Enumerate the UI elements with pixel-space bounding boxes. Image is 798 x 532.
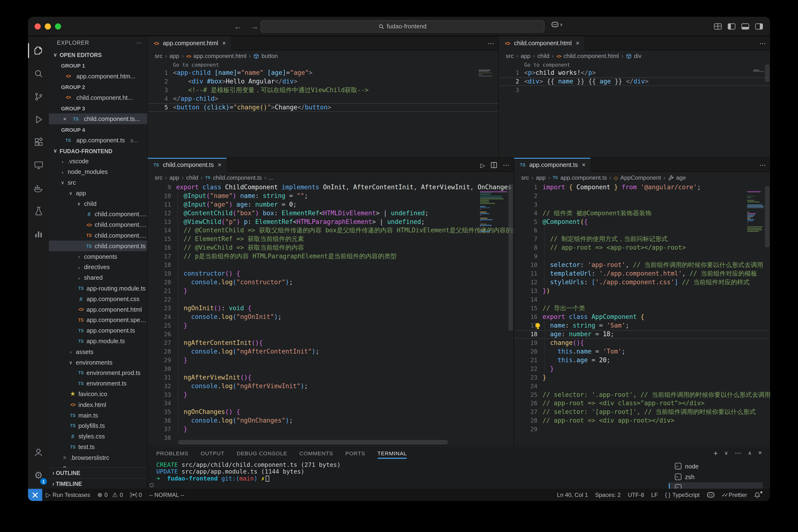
extensions-icon[interactable]	[28, 131, 49, 154]
tree-item[interactable]: ⚙	[49, 463, 147, 468]
terminal-session[interactable]: >_	[669, 482, 763, 490]
remote-explorer-icon[interactable]	[28, 154, 49, 176]
zoom-window-button[interactable]	[55, 23, 61, 29]
breadcrumb[interactable]: src›app›TSapp.component.ts›◇AppComponent…	[514, 172, 770, 183]
open-editor-item[interactable]: TSapp.component.tss...	[49, 135, 147, 145]
close-window-button[interactable]	[35, 23, 41, 29]
status-item-spaces-2[interactable]: Spaces: 2	[592, 489, 624, 501]
more-icon[interactable]: ⋯	[487, 39, 494, 47]
copilot-menu[interactable]: ∨	[551, 21, 563, 28]
tree-item[interactable]: TSapp.module.ts	[49, 336, 147, 346]
breadcrumb[interactable]: src›app›child›<>child.component.html›div	[499, 50, 770, 61]
source-control-icon[interactable]	[28, 85, 49, 108]
tree-folder[interactable]: ›assets	[49, 346, 147, 357]
chevron-down-icon[interactable]: ∨	[724, 449, 728, 457]
panel-tab-debug-console[interactable]: DEBUG CONSOLE	[237, 446, 287, 460]
tree-item[interactable]: TSapp.component.ts	[49, 325, 147, 336]
chevron-up-icon[interactable]: ∧	[748, 449, 751, 457]
horizontal-scrollbar[interactable]	[178, 440, 448, 444]
search-icon[interactable]	[28, 62, 49, 85]
tree-item[interactable]: <>app.component.html	[49, 304, 147, 315]
tree-item[interactable]: #styles.css	[49, 431, 147, 442]
more-icon[interactable]: ⋯	[759, 39, 766, 47]
breadcrumb[interactable]: src›app›child›TSchild.component.ts›...	[148, 172, 514, 183]
play-icon[interactable]: ▷	[480, 161, 485, 169]
command-center-search[interactable]: fudao-frontend	[261, 20, 544, 33]
forward-arrow-icon[interactable]: →	[251, 22, 259, 31]
editor-tab[interactable]: TSapp.component.ts×	[514, 158, 591, 172]
vertical-scrollbar[interactable]	[765, 186, 769, 247]
tree-item[interactable]: TSchild.component.spe...	[49, 230, 147, 241]
close-icon[interactable]: ×	[222, 40, 226, 47]
tree-item[interactable]: TStest.ts	[49, 442, 147, 452]
split-icon[interactable]	[491, 162, 497, 168]
settings-gear-icon[interactable]: ⚙1	[28, 464, 49, 487]
open-editors-section[interactable]: ∨ OPEN EDITORS	[49, 49, 147, 60]
tree-item[interactable]: TSenvironment.ts	[49, 378, 147, 389]
more-icon[interactable]: ⋯	[735, 449, 741, 457]
tree-item[interactable]: <>child.component.html	[49, 220, 147, 230]
vertical-scrollbar[interactable]	[508, 184, 513, 331]
status-item-lf[interactable]: LF	[648, 489, 661, 501]
codelens-link[interactable]: Go to component	[148, 61, 498, 69]
close-icon[interactable]: ×	[576, 40, 579, 47]
tree-item[interactable]: TSenvironment.prod.ts	[49, 368, 147, 378]
files-icon[interactable]	[28, 39, 49, 62]
toggle-panel-icon[interactable]	[741, 23, 749, 29]
close-icon[interactable]: ×	[218, 161, 221, 168]
open-editor-item[interactable]: <>child.component.ht...	[49, 92, 147, 103]
minimap[interactable]	[480, 191, 507, 235]
tree-folder[interactable]: ∨app	[49, 188, 147, 198]
tree-item[interactable]: ★favicon.ico	[49, 389, 147, 399]
outline-section[interactable]: › OUTLINE	[49, 468, 147, 478]
close-icon[interactable]: ×	[63, 116, 67, 122]
status-item-prettier[interactable]: ✓✓ Prettier	[718, 489, 750, 501]
timeline-section[interactable]: › TIMELINE	[49, 478, 147, 489]
status-item-ln-40-col-1[interactable]: Ln 40, Col 1	[554, 489, 592, 501]
tree-folder[interactable]: ›.vscode	[49, 156, 147, 167]
open-editor-item[interactable]: ×TSchild.component.ts...	[49, 114, 147, 124]
terminal-session[interactable]: >_zsh	[669, 471, 763, 482]
minimap[interactable]	[753, 70, 764, 74]
open-editor-item[interactable]: <>app.component.htm...	[49, 71, 147, 81]
codelens-link[interactable]: Go to component	[499, 61, 770, 69]
status-item--normal-[interactable]: -- NORMAL --	[146, 489, 188, 501]
close-icon[interactable]: ×	[582, 161, 586, 168]
tree-folder[interactable]: ∨environments	[49, 357, 147, 368]
minimap[interactable]	[747, 191, 764, 234]
tree-item[interactable]: TSchild.component.ts	[49, 241, 147, 251]
tree-folder[interactable]: ›components	[49, 251, 147, 262]
docker-icon[interactable]	[28, 176, 49, 200]
more-icon[interactable]: ⋯	[759, 161, 766, 169]
tree-item[interactable]: TSapp-routing.module.ts	[49, 283, 147, 294]
status-item-typescript[interactable]: { }TypeScript	[662, 489, 703, 501]
close-icon[interactable]: ×	[758, 449, 762, 457]
panel-tab-output[interactable]: OUTPUT	[201, 446, 224, 460]
panel-tab-terminal[interactable]: TERMINAL	[377, 446, 407, 460]
tree-folder[interactable]: ›directives	[49, 262, 147, 272]
terminal-session[interactable]: >_node	[669, 461, 763, 471]
account-icon[interactable]	[28, 441, 49, 464]
tree-folder[interactable]: ›shared	[49, 272, 147, 283]
tree-folder[interactable]: ∨child	[49, 198, 147, 209]
editor-tab[interactable]: TSchild.component.ts×	[148, 158, 226, 172]
back-arrow-icon[interactable]: ←	[234, 22, 242, 31]
breadcrumb[interactable]: src›app›<>app.component.html›button	[148, 50, 498, 61]
explorer-more-icon[interactable]: ⋯	[136, 39, 142, 46]
tree-folder[interactable]: ∨src	[49, 177, 147, 188]
tree-item[interactable]: TSmain.ts	[49, 410, 147, 421]
vertical-scrollbar[interactable]	[765, 65, 769, 82]
panel-tab-comments[interactable]: COMMENTS	[299, 446, 333, 460]
status-item-0[interactable]: ⊗0⚠0	[94, 489, 126, 501]
remote-indicator[interactable]	[28, 489, 42, 501]
status-item-0[interactable]: 0	[127, 489, 146, 501]
minimize-window-button[interactable]	[45, 23, 51, 29]
editor-tab[interactable]: <>child.component.html×	[499, 36, 584, 50]
tree-item[interactable]: ≡.browserslistrc	[49, 452, 147, 463]
tree-item[interactable]: TSapp.component.spec.ts	[49, 315, 147, 325]
lightbulb-icon[interactable]	[535, 323, 540, 327]
project-section[interactable]: ∨ FUDAO-FRONTEND	[49, 146, 147, 156]
status-item[interactable]	[750, 489, 766, 501]
tree-item[interactable]: #app.component.css	[49, 294, 147, 304]
panel-tab-problems[interactable]: PROBLEMS	[156, 446, 188, 460]
